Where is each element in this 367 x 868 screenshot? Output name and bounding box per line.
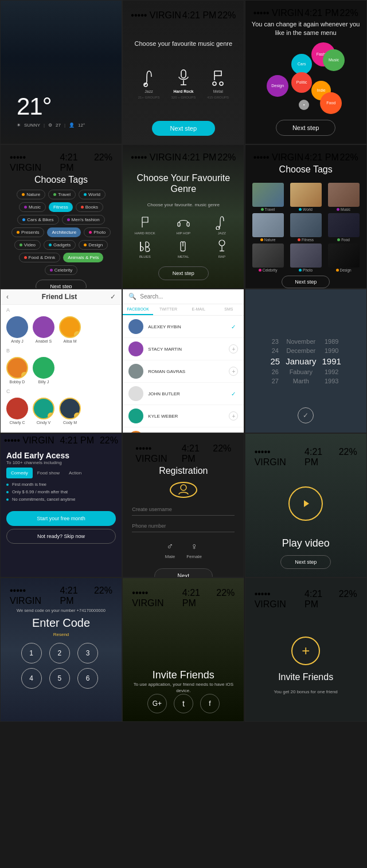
contact-stacy: STACY MARTIN + [123, 338, 244, 360]
tag-books[interactable]: Books [76, 202, 103, 212]
tab-email[interactable]: E-MAIL [184, 304, 214, 315]
photo-nature [252, 213, 284, 237]
photo-label-world: World [299, 207, 313, 211]
contact-action-kyle[interactable]: + [229, 411, 238, 421]
key-6[interactable]: 6 [77, 668, 98, 689]
key-3[interactable]: 3 [77, 643, 98, 663]
day-25[interactable]: 25 [270, 356, 280, 366]
photo-tag-music[interactable]: Music [326, 183, 362, 211]
month-january[interactable]: January [286, 356, 316, 366]
photo-tag-travel[interactable]: Travel [250, 183, 286, 211]
genre-blues[interactable]: BLUES [127, 238, 162, 258]
contact-action-stacy[interactable]: + [229, 344, 238, 354]
photo-tag-fitness[interactable]: Fitness [288, 213, 324, 242]
tag-design[interactable]: Design [79, 240, 108, 250]
search-input[interactable] [140, 293, 238, 300]
bubble-next-button[interactable]: Next step [276, 120, 335, 136]
bubble-misc[interactable]: • [299, 100, 309, 110]
key-5[interactable]: 5 [49, 668, 70, 689]
photo-tag-nature[interactable]: Nature [250, 213, 286, 242]
genre-jazz[interactable]: JAZZ [204, 215, 239, 235]
tab-facebook[interactable]: FACEBOOK [123, 304, 153, 315]
resend-link[interactable]: Resend [53, 632, 69, 637]
genre-metal[interactable]: METAL [166, 238, 201, 258]
gender-male[interactable]: ♂ Male [165, 541, 175, 559]
facebook-button[interactable]: f [200, 694, 220, 713]
username-input[interactable] [132, 504, 235, 516]
section-c-label: C [1, 386, 122, 395]
tag-photo[interactable]: Photo [84, 227, 111, 237]
photo-tag-celebrity[interactable]: Celebrity [250, 243, 286, 272]
photo-tag-food[interactable]: Food [326, 213, 362, 242]
gender-female[interactable]: ♀ Female [186, 541, 202, 559]
tag-video[interactable]: Video [14, 240, 41, 250]
registration-next-button[interactable]: Next [154, 568, 213, 578]
genre-grid: HARD ROCK HIP HOP JAZZ [127, 215, 239, 258]
year-1991[interactable]: 1991 [322, 356, 341, 366]
bubble-food[interactable]: Food [320, 92, 342, 114]
genre-hard-rock[interactable]: HARD ROCK [127, 215, 162, 235]
channel-comedy[interactable]: Comedy [6, 468, 33, 478]
key-2[interactable]: 2 [49, 643, 70, 663]
svg-rect-6 [178, 222, 180, 226]
status-bar-12: ••••• VIRGIN 4:21 PM 22% [251, 445, 361, 469]
bubble-cars[interactable]: Cars [291, 54, 312, 74]
tag-gadgets[interactable]: Gadgets [44, 240, 76, 250]
tag-animals[interactable]: Animals & Pets [63, 253, 103, 262]
bubble-politic[interactable]: Politic [291, 72, 312, 93]
photo-tags-next-button[interactable]: Next step [282, 276, 330, 288]
play-video-center [288, 469, 323, 537]
tag-fitness[interactable]: Fitness [49, 202, 73, 212]
google-plus-button[interactable]: G+ [147, 694, 167, 713]
channel-food-show[interactable]: Food show [33, 468, 64, 478]
photo-tag-design[interactable]: Design [326, 243, 362, 272]
contact-action-alexey[interactable]: ✓ [229, 322, 238, 331]
back-arrow-icon[interactable]: ‹ [6, 293, 9, 301]
tags-next-button[interactable]: Next step [36, 280, 86, 289]
genre-rap[interactable]: RAP [204, 238, 239, 258]
channel-action[interactable]: Action [64, 468, 86, 478]
start-free-month-button[interactable]: Start your free month [6, 511, 116, 526]
photo-tag-world[interactable]: World [288, 183, 324, 211]
tag-music[interactable]: Music [19, 202, 46, 212]
svg-point-5 [220, 82, 223, 85]
tag-world[interactable]: World [79, 190, 106, 199]
check-icon[interactable]: ✓ [110, 293, 116, 301]
contact-action-roman[interactable]: + [229, 367, 238, 376]
play-video-next-button[interactable]: Next step [280, 555, 331, 569]
tab-sms[interactable]: SMS [214, 304, 244, 315]
bubble-design[interactable]: Design [267, 75, 288, 97]
battery-13: 22% [94, 586, 112, 606]
twitter-button[interactable]: t [174, 694, 193, 713]
tag-cars-bikes[interactable]: Cars & Bikes [17, 215, 58, 225]
carrier-4: ••••• VIRGIN [10, 152, 60, 173]
tag-mens-fashion[interactable]: Men's fashion [62, 215, 105, 225]
bubble-music[interactable]: Music [323, 49, 345, 71]
tag-travel[interactable]: Travel [48, 190, 76, 199]
genre-next-button[interactable]: Next step [152, 121, 215, 136]
skip-button[interactable]: Not ready? Skip now [6, 529, 116, 544]
female-icon: ♀ [191, 541, 198, 552]
tag-celebrity[interactable]: Celebrity [45, 265, 78, 275]
key-1[interactable]: 1 [21, 643, 42, 663]
tag-food-drink[interactable]: Food & Drink [19, 253, 61, 262]
play-button[interactable] [288, 486, 323, 521]
tab-twitter[interactable]: TWITTER [153, 304, 184, 315]
genre-hiphop[interactable]: HIP HOP [166, 215, 201, 235]
plus-button[interactable]: + [291, 637, 320, 665]
friend-andy: Andy J [6, 316, 28, 343]
invite-bonus-content: + Invite Friends You get 20 bonus for on… [274, 618, 337, 712]
photo-label-nature: Nature [260, 238, 275, 242]
tag-presents[interactable]: Presents [11, 227, 45, 237]
tag-nature[interactable]: Nature [17, 190, 45, 199]
photo-tag-photo[interactable]: Photo [288, 243, 324, 272]
key-4[interactable]: 4 [21, 668, 42, 689]
fav-genre-next-button[interactable]: Next step [158, 266, 209, 280]
contact-roman: ROMAN GAVRAS + [123, 360, 244, 383]
phone-input[interactable] [132, 520, 235, 532]
tag-architecture[interactable]: Architecture [47, 227, 81, 237]
contact-action-john[interactable]: ✓ [229, 389, 238, 398]
battery-5: 22% [217, 152, 236, 163]
code-keypad: 1 2 3 4 5 6 [21, 643, 101, 689]
date-confirm-button[interactable]: ✓ [298, 407, 314, 423]
